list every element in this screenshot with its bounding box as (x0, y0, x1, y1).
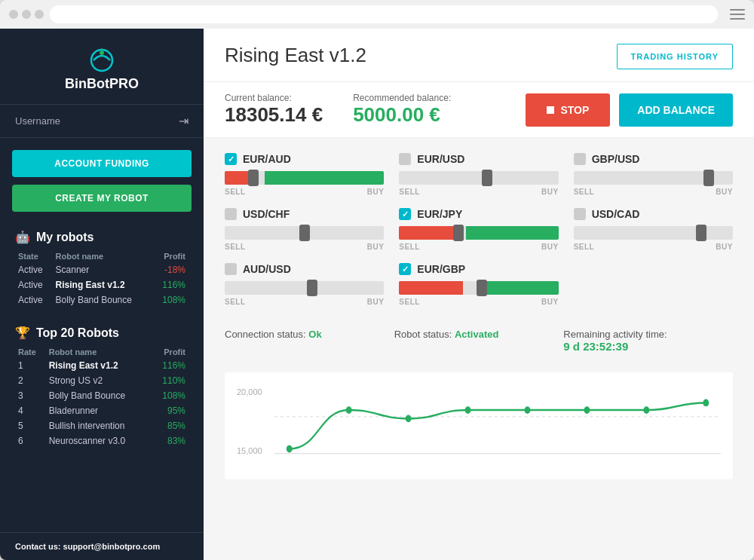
slider-handle[interactable] (453, 225, 464, 241)
create-robot-button[interactable]: CREATE MY ROBOT (12, 185, 192, 212)
pair-slider[interactable] (225, 281, 384, 295)
pair-checkbox[interactable]: ✓ (399, 263, 411, 275)
pair-labels: SELL BUY (399, 243, 558, 251)
add-balance-button[interactable]: ADD BALANCE (619, 93, 733, 127)
sell-bar (399, 226, 455, 240)
list-item: 3 Bolly Band Bounce 108% (15, 388, 188, 403)
pair-slider[interactable] (225, 226, 384, 240)
top20-title: 🏆 Top 20 Robots (15, 326, 188, 340)
slider-handle[interactable] (299, 225, 310, 241)
buy-label: BUY (367, 243, 385, 251)
pair-slider[interactable] (399, 281, 558, 295)
pair-checkbox[interactable] (574, 153, 586, 165)
pair-card: ✓ EUR/JPY SELL BUY (399, 208, 558, 251)
pair-checkbox[interactable] (225, 263, 237, 275)
pairs-grid: ✓ EUR/AUD SELL BUY EUR/USD SELL BUY (225, 153, 733, 306)
sidebar-contact: Contact us: support@binbotpro.com (0, 532, 204, 560)
pair-header: AUD/USD (225, 263, 384, 275)
menu-icon[interactable] (730, 9, 745, 20)
pair-name: EUR/JPY (417, 208, 462, 220)
sidebar: BinBotPRO Username ⇥ ACCOUNT FUNDING CRE… (0, 29, 204, 560)
sell-label: SELL (399, 243, 420, 251)
pair-checkbox[interactable]: ✓ (225, 153, 237, 165)
pair-card: ✓ EUR/AUD SELL BUY (225, 153, 384, 196)
table-row: Active Scanner -18% (15, 262, 188, 277)
buy-label: BUY (541, 298, 559, 306)
chart-point (465, 406, 471, 414)
current-balance-label: Current balance: (225, 93, 323, 103)
current-balance: Current balance: 18305.14 € (225, 93, 323, 127)
list-item: 6 Neuroscanner v3.0 83% (15, 433, 188, 448)
pair-checkbox[interactable]: ✓ (399, 208, 411, 220)
pair-name: EUR/AUD (243, 153, 291, 165)
logout-icon[interactable]: ⇥ (179, 114, 188, 128)
recommended-balance-label: Recommended balance: (353, 93, 451, 103)
pair-header: ✓ EUR/JPY (399, 208, 558, 220)
chart-y-label-top: 20,000 (237, 387, 268, 396)
sidebar-buttons: ACCOUNT FUNDING CREATE MY ROBOT (0, 138, 204, 224)
pair-checkbox[interactable] (574, 208, 586, 220)
trophy-icon: 🏆 (15, 326, 30, 340)
dot-1 (9, 10, 18, 19)
pair-checkbox[interactable] (399, 153, 411, 165)
pair-labels: SELL BUY (399, 188, 558, 196)
slider-handle[interactable] (248, 170, 259, 186)
slider-handle[interactable] (307, 280, 317, 296)
slider-handle[interactable] (482, 170, 492, 186)
buy-bar (466, 226, 559, 240)
stop-button[interactable]: STOP (526, 93, 610, 127)
pair-name: USD/CAD (592, 208, 640, 220)
pair-labels: SELL BUY (399, 298, 558, 306)
window-controls (9, 10, 44, 19)
main-content-area: Rising East v1.2 TRADING HISTORY Current… (204, 29, 754, 560)
pair-labels: SELL BUY (574, 243, 733, 251)
buy-label: BUY (367, 188, 385, 196)
pair-slider[interactable] (399, 226, 558, 240)
buy-label: BUY (716, 188, 733, 196)
recommended-balance: Recommended balance: 5000.00 € (353, 93, 451, 127)
list-item: 1 Rising East v1.2 116% (15, 358, 188, 373)
address-bar[interactable] (50, 5, 718, 23)
pair-slider[interactable] (225, 171, 384, 185)
robot-status: Robot status: Activated (394, 329, 564, 340)
app-window: BinBotPRO Username ⇥ ACCOUNT FUNDING CRE… (0, 0, 754, 560)
logo-svg (83, 47, 121, 73)
chart-point (287, 445, 293, 453)
status-bar: Connection status: Ok Robot status: Acti… (225, 321, 733, 360)
chart-line (290, 402, 706, 448)
col-rate: Rate (15, 346, 46, 358)
chart-point (346, 406, 352, 414)
buy-label: BUY (367, 298, 385, 306)
recommended-balance-value: 5000.00 € (353, 103, 451, 127)
main-header: Rising East v1.2 TRADING HISTORY (204, 29, 754, 82)
chart-point (643, 406, 649, 414)
dot-2 (22, 10, 31, 19)
col-robot-name: Robot name (53, 250, 153, 262)
robot-icon: 🤖 (15, 230, 30, 244)
trading-history-button[interactable]: TRADING HISTORY (617, 44, 733, 69)
pair-header: EUR/USD (399, 153, 558, 165)
account-funding-button[interactable]: ACCOUNT FUNDING (12, 150, 192, 177)
title-bar (0, 0, 754, 29)
pair-slider[interactable] (399, 171, 558, 185)
pair-checkbox[interactable] (225, 208, 237, 220)
slider-handle[interactable] (703, 170, 714, 186)
pair-card: EUR/USD SELL BUY (399, 153, 558, 196)
my-robots-section: 🤖 My robots State Robot name Profit Acti… (0, 224, 204, 311)
pair-slider[interactable] (574, 226, 733, 240)
col-profit: Profit (153, 250, 188, 262)
connection-status: Connection status: Ok (225, 329, 394, 340)
sell-label: SELL (399, 298, 420, 306)
pair-labels: SELL BUY (225, 188, 384, 196)
slider-handle[interactable] (477, 280, 487, 296)
pair-header: ✓ EUR/AUD (225, 153, 384, 165)
sidebar-logo: BinBotPRO (0, 29, 204, 104)
pair-name: AUD/USD (243, 263, 291, 275)
svg-point-1 (100, 50, 104, 55)
dot-3 (35, 10, 44, 19)
pair-card: USD/CAD SELL BUY (574, 208, 733, 251)
slider-handle[interactable] (696, 225, 706, 241)
pair-slider[interactable] (574, 171, 733, 185)
table-row: Active Bolly Band Bounce 108% (15, 292, 188, 308)
list-item: 4 Bladerunner 95% (15, 403, 188, 418)
